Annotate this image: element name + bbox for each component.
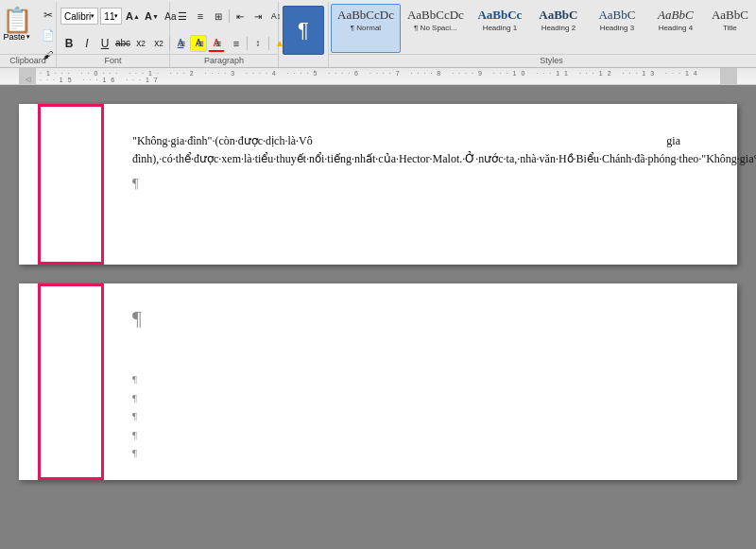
italic-button[interactable]: I — [78, 35, 95, 52]
page-1: "Không·gia·đình"·(còn·được·dịch·là·Vô gi… — [19, 104, 737, 265]
superscript-button[interactable]: x2 — [150, 35, 167, 52]
page2-para-3: ¶ — [132, 408, 680, 424]
styles-label: Styles — [329, 54, 756, 65]
page2-para-1: ¶ — [132, 371, 680, 387]
style-heading3[interactable]: AaBbC Heading 3 — [588, 4, 646, 53]
page2-small-paras: ¶ ¶ ¶ ¶ ¶ — [132, 371, 680, 461]
justify-button[interactable]: ≡ — [228, 35, 245, 52]
page2-content: ¶ ¶ ¶ ¶ ¶ ¶ — [76, 302, 680, 461]
page2-para-5: ¶ — [132, 445, 680, 461]
styles-section: AaBbCcDc ¶ Normal AaBbCcDc ¶ No Spaci...… — [329, 2, 756, 67]
para-divider3 — [268, 37, 269, 50]
align-right-button[interactable]: ≡ — [210, 35, 227, 52]
style-title-preview: AaBbC — [712, 9, 748, 22]
subscript-button[interactable]: x2 — [132, 35, 149, 52]
para-divider2 — [247, 37, 248, 50]
document-area: "Không·gia·đình"·(còn·được·dịch·là·Vô gi… — [0, 85, 756, 549]
style-title-label: Title — [723, 24, 737, 32]
style-heading2-label: Heading 2 — [541, 24, 576, 32]
style-no-spacing[interactable]: AaBbCcDc ¶ No Spaci... — [401, 4, 471, 53]
clipboard-label: Clipboard — [0, 54, 56, 65]
page2-para-4: ¶ — [132, 427, 680, 443]
ruler-marks-container: ·1··· ··0··· ···1· ···2 ····3 ····4 ····… — [36, 68, 720, 84]
paragraph-section: ☰ ≡ ⊞ ⇤ ⇥ A↕ ¶ ≡ ≡ ≡ ≡ ↕ ▲ ⊞ Paragraph — [170, 2, 279, 67]
paragraph-btn-section: ¶ — [279, 2, 329, 67]
style-normal[interactable]: AaBbCcDc ¶ Normal — [331, 4, 401, 53]
clipboard-section: 📋 Paste ▾ ✂ 📄 🖌 Clipboard — [0, 2, 57, 67]
style-heading4-preview: AaBbC — [658, 9, 694, 22]
para-divider1 — [229, 9, 230, 23]
style-heading2[interactable]: AaBbC Heading 2 — [529, 4, 588, 53]
cut-button[interactable]: ✂ — [38, 6, 59, 25]
page2-para-2: ¶ — [132, 390, 680, 406]
font-size-value: 11 — [104, 11, 114, 22]
style-title[interactable]: AaBbC Title — [705, 4, 755, 53]
paragraph-label: Paragraph — [170, 54, 278, 65]
style-heading2-preview: AaBbC — [539, 9, 577, 22]
multilevel-list-button[interactable]: ⊞ — [210, 8, 227, 25]
strikethrough-button[interactable]: abc — [114, 35, 131, 52]
font-name-selector[interactable]: Calibri ▾ — [60, 8, 98, 25]
ruler-numbers: ·1··· ··0··· ···1· ···2 ····3 ····4 ····… — [36, 68, 720, 84]
styles-row: AaBbCcDc ¶ Normal AaBbCcDc ¶ No Spaci...… — [331, 4, 756, 53]
paste-dropdown-arrow[interactable]: ▾ — [26, 33, 30, 41]
font-size-selector[interactable]: 11 ▾ — [100, 8, 122, 25]
align-center-button[interactable]: ≡ — [192, 35, 209, 52]
page1-content: "Không·gia·đình"·(còn·được·dịch·là·Vô gi… — [76, 132, 680, 194]
font-size-arrow: ▾ — [114, 12, 118, 20]
font-label: Font — [57, 54, 169, 65]
page2-large-para: ¶ — [132, 302, 680, 334]
decrease-indent-button[interactable]: ⇤ — [232, 8, 249, 25]
paste-label: Paste — [3, 32, 25, 42]
copy-button[interactable]: 📄 — [38, 26, 59, 44]
underline-button[interactable]: U — [96, 35, 113, 52]
grow-font-button[interactable]: A▲ — [124, 8, 141, 25]
paste-label-row: Paste ▾ — [3, 32, 29, 42]
style-heading3-label: Heading 3 — [600, 24, 634, 32]
font-name-arrow: ▾ — [91, 12, 94, 20]
paste-icon: 📋 — [2, 8, 32, 32]
style-normal-label: ¶ Normal — [351, 24, 381, 32]
style-heading1-label: Heading 1 — [483, 24, 517, 32]
style-heading4[interactable]: AaBbC Heading 4 — [646, 4, 705, 53]
ruler: ◁ ·1··· ··0··· ···1· ···2 ····3 ····4 ··… — [0, 68, 756, 85]
style-heading1[interactable]: AaBbCc Heading 1 — [471, 4, 529, 53]
font-section: Calibri ▾ 11 ▾ A▲ A▼ Aa B I U abc x2 x2 … — [57, 2, 170, 67]
align-left-button[interactable]: ≡ — [174, 35, 191, 52]
style-no-spacing-label: ¶ No Spaci... — [414, 24, 457, 32]
page1-empty-para: ¶ — [132, 174, 680, 194]
ruler-track: ·1··· ··0··· ···1· ···2 ····3 ····4 ····… — [36, 68, 720, 84]
style-heading4-label: Heading 4 — [659, 24, 693, 32]
ribbon: 📋 Paste ▾ ✂ 📄 🖌 Clipboard Calibri ▾ 11 — [0, 0, 756, 68]
page-2: ¶ ¶ ¶ ¶ ¶ ¶ — [19, 283, 737, 480]
style-normal-preview: AaBbCcDc — [337, 9, 394, 22]
ruler-right-margin — [720, 68, 737, 84]
increase-indent-button[interactable]: ⇥ — [249, 8, 266, 25]
style-heading3-preview: AaBbC — [598, 9, 635, 22]
paragraph-mark-button[interactable]: ¶ — [283, 6, 324, 55]
line-spacing-button[interactable]: ↕ — [249, 35, 266, 52]
shrink-font-button[interactable]: A▼ — [143, 8, 160, 25]
font-name-value: Calibri — [64, 11, 91, 22]
numbering-button[interactable]: ≡ — [192, 8, 209, 25]
page1-paragraph: "Không·gia·đình"·(còn·được·dịch·là·Vô gi… — [132, 132, 680, 168]
style-heading1-preview: AaBbCc — [477, 9, 522, 22]
bold-button[interactable]: B — [60, 35, 77, 52]
bullets-button[interactable]: ☰ — [174, 8, 191, 25]
ruler-left-margin: ◁ — [19, 68, 36, 84]
style-no-spacing-preview: AaBbCcDc — [407, 9, 464, 22]
